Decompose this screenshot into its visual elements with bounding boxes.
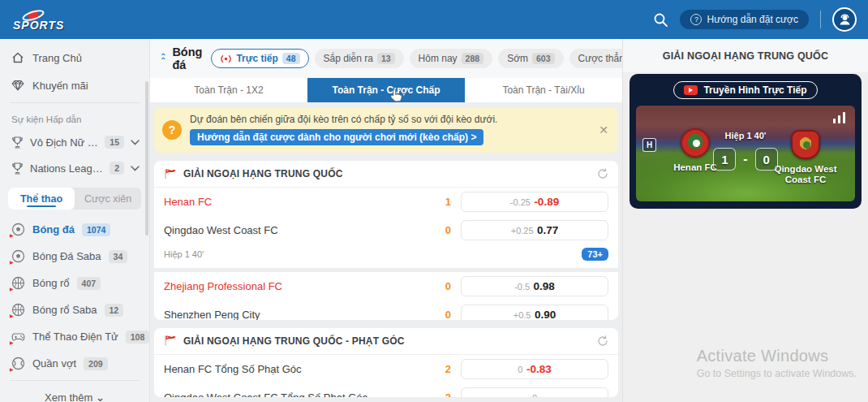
league-card-china-super-league: GIẢI NGOẠI HẠNG TRUNG QUỐC Henan FC 1 -0… bbox=[154, 161, 618, 320]
hand-cursor-icon bbox=[389, 88, 402, 105]
china-flag-icon bbox=[164, 169, 177, 179]
team-score: 2 bbox=[430, 363, 451, 375]
home-icon bbox=[11, 51, 24, 64]
filter-label: Sắp diễn ra bbox=[324, 53, 373, 64]
odds-row-henan-corners: Henan FC Tổng Số Phạt Góc 2 0 -0.83 bbox=[154, 355, 618, 383]
tab-fulltime-overunder[interactable]: Toàn Trận - Tài/Xỉu bbox=[465, 78, 622, 102]
event-label: Nations League bbox=[30, 162, 103, 175]
live-icon bbox=[220, 54, 232, 63]
odds-button[interactable]: +0.5 0.90 bbox=[461, 305, 608, 320]
filter-today[interactable]: Hôm nay 288 bbox=[410, 49, 493, 68]
basketball-icon: ▶ bbox=[11, 276, 25, 290]
live-tv-label: Truyền Hình Trực Tiếp bbox=[703, 84, 806, 96]
chevron-down-icon[interactable] bbox=[131, 140, 140, 145]
refresh-icon[interactable] bbox=[597, 335, 608, 347]
filter-straight[interactable]: Cược thẳng 122 bbox=[569, 49, 622, 68]
team-name: Henan FC Tổng Số Phạt Góc bbox=[164, 363, 430, 375]
sports-logo[interactable]: SPORTS bbox=[13, 8, 64, 31]
basketball-icon: ▶ bbox=[11, 303, 25, 317]
sidebar-sport-tennis[interactable]: ▶ Quần vợt 209 bbox=[0, 350, 149, 377]
tab-parlay[interactable]: Cược xiên bbox=[75, 188, 141, 210]
betting-guide-button[interactable]: ? Hướng dẫn đặt cược bbox=[680, 10, 809, 29]
sidebar-scrollbar[interactable] bbox=[145, 81, 148, 236]
user-avatar-icon[interactable] bbox=[832, 7, 857, 32]
logo-text: SPORTS bbox=[13, 19, 64, 31]
sport-count-badge: 209 bbox=[84, 357, 108, 370]
sidebar-divider bbox=[10, 380, 140, 381]
sport-title: Bóng đá bbox=[172, 45, 202, 71]
away-score: 0 bbox=[755, 148, 778, 171]
stadium-preview[interactable]: H Henan FC Qingdao West Coast FC Hiệp 1 … bbox=[636, 106, 855, 201]
filter-upcoming[interactable]: Sắp diễn ra 13 bbox=[315, 49, 404, 68]
new-player-guide-link[interactable]: Hướng dẫn đặt cược dành cho người chơi m… bbox=[190, 129, 483, 145]
filter-count: 13 bbox=[377, 53, 395, 64]
diamond-icon bbox=[11, 79, 24, 92]
event-count-badge: 15 bbox=[105, 136, 124, 149]
show-more-button[interactable]: Xem thêm ⌄ bbox=[0, 384, 149, 402]
more-markets-badge[interactable]: 73+ bbox=[582, 248, 608, 261]
odds-button[interactable]: +0.25 0.77 bbox=[461, 220, 608, 240]
odds-value: -0.89 bbox=[534, 196, 559, 208]
filter-count: 288 bbox=[462, 53, 484, 64]
sidebar-sport-saba-football[interactable]: ▶ Bóng Đá Saba 34 bbox=[0, 243, 149, 270]
live-video-card: Truyền Hình Trực Tiếp H Henan FC Qingdao… bbox=[630, 74, 862, 209]
refresh-icon[interactable] bbox=[597, 168, 608, 179]
live-tv-button[interactable]: Truyền Hình Trực Tiếp bbox=[673, 81, 817, 99]
odds-row-zhejiang: Zhejiang Professional FC 0 -0.5 0.98 bbox=[154, 272, 618, 300]
odds-button[interactable]: 0 bbox=[461, 387, 608, 397]
search-icon[interactable] bbox=[653, 12, 668, 28]
sidebar-item-promotions[interactable]: Khuyến mãi bbox=[0, 71, 149, 99]
sidebar-sport-saba-basketball[interactable]: ▶ Bóng rổ Saba 12 bbox=[0, 296, 149, 323]
league-header: GIẢI NGOẠI HẠNG TRUNG QUỐC bbox=[154, 161, 618, 188]
app-window: SPORTS ? Hướng dẫn đặt cược Trang Chủ bbox=[0, 0, 868, 402]
event-count-badge: 2 bbox=[110, 162, 124, 175]
question-mark-icon: ? bbox=[162, 120, 182, 140]
handicap-notice: ? Dự đoán bên chiến giữa đội kèo trên có… bbox=[154, 107, 618, 153]
team-score: 1 bbox=[430, 196, 451, 208]
sidebar-event-womens-championship[interactable]: Vô Địch Nữ Châu... 15 bbox=[0, 129, 149, 155]
tab-label: Toàn Trận - Cược Chấp bbox=[332, 84, 440, 96]
sidebar-item-label: Khuyến mãi bbox=[32, 80, 88, 92]
sidebar-sport-basketball[interactable]: ▶ Bóng rổ 407 bbox=[0, 270, 149, 296]
close-icon[interactable]: ✕ bbox=[599, 123, 608, 136]
main-odds-column: ⌃⌃ Bóng đá Trực tiếp 48 Sắp diễn ra 13 H… bbox=[150, 39, 622, 402]
question-circle-icon: ? bbox=[690, 14, 702, 25]
odds-button[interactable]: 0 -0.83 bbox=[461, 359, 608, 379]
odds-button[interactable]: -0.25 -0.89 bbox=[461, 192, 608, 212]
chevron-down-icon[interactable] bbox=[131, 166, 140, 171]
match-period: Hiệp 1 40' bbox=[636, 131, 855, 140]
tab-sports[interactable]: Thể thao bbox=[8, 188, 75, 210]
team-score: 2 bbox=[430, 391, 451, 397]
filter-live[interactable]: Trực tiếp 48 bbox=[211, 49, 308, 68]
stats-bars-icon[interactable] bbox=[832, 112, 847, 123]
league-name: GIẢI NGOẠI HẠNG TRUNG QUỐC - PHẠT GÓC bbox=[183, 335, 591, 347]
collapse-icon[interactable]: ⌃⌃ bbox=[160, 54, 166, 63]
filter-early[interactable]: Sớm 603 bbox=[498, 49, 563, 68]
sidebar-mode-tabs: Thể thao Cược xiên bbox=[8, 188, 141, 210]
match-time: Hiệp 1 40' bbox=[164, 249, 204, 259]
filter-label: Sớm bbox=[507, 53, 528, 64]
team-name: Henan FC bbox=[164, 196, 430, 208]
sport-count-badge: 12 bbox=[105, 304, 124, 317]
tab-fulltime-handicap[interactable]: Toàn Trận - Cược Chấp bbox=[307, 78, 465, 102]
tab-fulltime-1x2[interactable]: Toàn Trận - 1X2 bbox=[150, 78, 307, 102]
team-name: Qingdao West Coast FC bbox=[164, 224, 430, 236]
panel-league-title: GIẢI NGOẠI HẠNG TRUNG QUỐC bbox=[623, 39, 868, 72]
odds-value: -0.83 bbox=[526, 363, 552, 375]
team-score: 0 bbox=[430, 280, 451, 292]
sidebar: Trang Chủ Khuyến mãi Sự kiện Hấp dẫn Vô … bbox=[0, 39, 150, 402]
sidebar-item-home[interactable]: Trang Chủ bbox=[0, 44, 149, 71]
handicap-value: -0.25 bbox=[510, 197, 531, 207]
sport-label: Bóng rổ Saba bbox=[32, 304, 97, 316]
odds-button[interactable]: -0.5 0.98 bbox=[461, 276, 608, 296]
watermark-title: Activate Windows bbox=[697, 347, 857, 365]
china-flag-icon bbox=[164, 335, 177, 346]
sidebar-event-nations-league[interactable]: Nations League 2 bbox=[0, 155, 149, 181]
sidebar-sport-esports[interactable]: ▶ Thể Thao Điện Tử 108 bbox=[0, 323, 149, 350]
match-footer: Hiệp 1 40' 73+ bbox=[154, 244, 618, 268]
sidebar-sport-football[interactable]: ▶ Bóng đá 1074 bbox=[0, 216, 149, 243]
tennis-icon: ▶ bbox=[11, 357, 25, 370]
odds-value: 0.77 bbox=[537, 224, 558, 236]
odds-row-henan: Henan FC 1 -0.25 -0.89 bbox=[154, 188, 618, 216]
live-match-panel: GIẢI NGOẠI HẠNG TRUNG QUỐC Truyền Hình T… bbox=[622, 39, 868, 402]
